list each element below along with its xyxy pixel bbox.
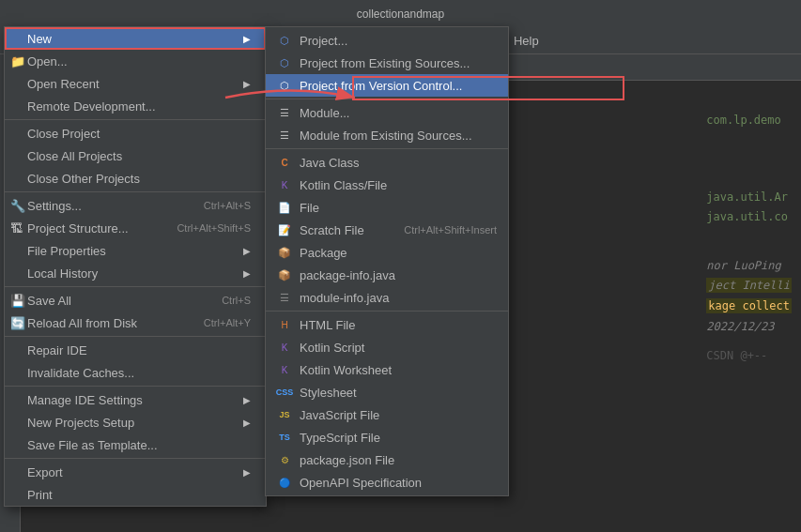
file-menu-invalidate[interactable]: Invalidate Caches... [5, 361, 266, 384]
html-icon: H [277, 317, 292, 332]
divider-3 [5, 286, 266, 287]
new-item-file[interactable]: 📄 File [266, 196, 508, 219]
new-item-kotlin-script[interactable]: K Kotlin Script [266, 336, 508, 358]
file-menu-new[interactable]: New ▶ [5, 27, 266, 50]
scratch-shortcut: Ctrl+Alt+Shift+Insert [404, 224, 497, 236]
divider-5 [5, 386, 266, 387]
vcs-icon: ⬡ [277, 78, 292, 93]
project-structure-icon: 🏗 [10, 221, 27, 236]
file-menu-new-label: New [27, 32, 52, 46]
divider-6 [5, 458, 266, 459]
package-info-icon: 📦 [277, 267, 292, 282]
scratch-icon: 📝 [277, 222, 292, 237]
menu-overlay: New ▶ 📁 Open... Open Recent ▶ Remote Dev… [0, 26, 801, 532]
new-item-module[interactable]: ☰ Module... [266, 101, 508, 124]
divider-2 [5, 191, 266, 192]
divider-4 [5, 336, 266, 337]
new-item-stylesheet[interactable]: CSS Stylesheet [266, 381, 508, 403]
ts-icon: TS [277, 430, 292, 445]
file-menu-dropdown: New ▶ 📁 Open... Open Recent ▶ Remote Dev… [4, 26, 267, 507]
file-menu-close-all[interactable]: Close All Projects [5, 144, 266, 167]
file-props-arrow: ▶ [243, 246, 251, 256]
package-json-icon: ⚙ [277, 452, 292, 467]
file-menu-remote-dev[interactable]: Remote Development... [5, 95, 266, 117]
new-projects-arrow: ▶ [243, 418, 251, 428]
new-item-js[interactable]: JS JavaScript File [266, 403, 508, 426]
submenu-divider-1 [266, 99, 508, 99]
module-info-icon: ☰ [277, 290, 292, 305]
file-menu-reload[interactable]: 🔄 Reload All from Disk Ctrl+Alt+Y [5, 312, 266, 334]
module-existing-icon: ☰ [277, 128, 292, 143]
file-icon: 📄 [277, 200, 292, 215]
local-history-arrow: ▶ [243, 268, 251, 279]
file-menu-local-history[interactable]: Local History ▶ [5, 262, 266, 284]
kotlin-script-icon: K [277, 340, 292, 355]
file-menu-settings[interactable]: 🔧 Settings... Ctrl+Alt+S [5, 194, 266, 217]
new-item-project-existing[interactable]: ⬡ Project from Existing Sources... [266, 52, 508, 74]
java-icon: C [277, 155, 292, 170]
project-icon: ⬡ [277, 33, 292, 48]
window-title: collectionandmap [357, 8, 444, 21]
new-item-html[interactable]: H HTML File [266, 313, 508, 336]
title-bar: collectionandmap [0, 0, 801, 28]
scratch-file-label: Scratch File [300, 223, 364, 237]
new-submenu: ⬡ Project... ⬡ Project from Existing Sou… [265, 26, 509, 496]
submenu-divider-2 [266, 148, 508, 149]
settings-shortcut: Ctrl+Alt+S [204, 200, 251, 211]
package-icon: 📦 [277, 245, 292, 260]
new-item-package[interactable]: 📦 Package [266, 241, 508, 264]
new-item-package-json[interactable]: ⚙ package.json File [266, 448, 508, 471]
kotlin-icon: K [277, 177, 292, 192]
file-menu-open-recent[interactable]: Open Recent ▶ [5, 72, 266, 95]
reload-icon: 🔄 [10, 316, 27, 330]
new-item-module-info[interactable]: ☰ module-info.java [266, 286, 508, 309]
project-structure-shortcut: Ctrl+Alt+Shift+S [177, 222, 251, 234]
file-menu-close-project[interactable]: Close Project [5, 122, 266, 144]
new-item-scratch[interactable]: 📝 Scratch File Ctrl+Alt+Shift+Insert [266, 219, 508, 241]
module-icon: ☰ [277, 105, 292, 120]
settings-icon: 🔧 [10, 199, 27, 213]
file-menu-open[interactable]: 📁 Open... [5, 50, 266, 72]
file-menu-new-projects-setup[interactable]: New Projects Setup ▶ [5, 411, 266, 433]
new-item-module-existing[interactable]: ☰ Module from Existing Sources... [266, 124, 508, 146]
file-menu-save-as-template[interactable]: Save File as Template... [5, 433, 266, 456]
file-menu-file-properties[interactable]: File Properties ▶ [5, 239, 266, 262]
css-icon: CSS [277, 385, 292, 400]
new-item-ts[interactable]: TS TypeScript File [266, 426, 508, 448]
folder-icon: 📁 [10, 54, 27, 68]
file-menu-close-other[interactable]: Close Other Projects [5, 167, 266, 190]
new-item-openapi[interactable]: 🔵 OpenAPI Specification [266, 471, 508, 494]
export-arrow: ▶ [243, 467, 251, 478]
kotlin-worksheet-icon: K [277, 362, 292, 377]
submenu-divider-3 [266, 311, 508, 312]
new-item-project[interactable]: ⬡ Project... [266, 29, 508, 52]
new-arrow: ▶ [243, 34, 251, 44]
divider-1 [5, 119, 266, 120]
project-existing-icon: ⬡ [277, 55, 292, 70]
file-menu-project-structure[interactable]: 🏗 Project Structure... Ctrl+Alt+Shift+S [5, 217, 266, 239]
new-item-package-info[interactable]: 📦 package-info.java [266, 264, 508, 286]
file-menu-export[interactable]: Export ▶ [5, 461, 266, 483]
save-all-shortcut: Ctrl+S [222, 295, 251, 306]
file-menu-repair[interactable]: Repair IDE [5, 339, 266, 361]
new-item-kotlin-class[interactable]: K Kotlin Class/File [266, 174, 508, 196]
new-item-kotlin-worksheet[interactable]: K Kotlin Worksheet [266, 358, 508, 381]
openapi-icon: 🔵 [277, 475, 292, 490]
file-menu-manage-ide[interactable]: Manage IDE Settings ▶ [5, 388, 266, 411]
js-icon: JS [277, 407, 292, 422]
save-icon: 💾 [10, 294, 27, 308]
manage-ide-arrow: ▶ [243, 395, 251, 405]
open-recent-arrow: ▶ [243, 79, 251, 89]
new-item-project-vcs[interactable]: ⬡ Project from Version Control... [266, 74, 508, 97]
new-item-java-class[interactable]: C Java Class [266, 151, 508, 174]
reload-shortcut: Ctrl+Alt+Y [204, 317, 251, 328]
file-menu-save-all[interactable]: 💾 Save All Ctrl+S [5, 289, 266, 312]
file-menu-print[interactable]: Print [5, 483, 266, 506]
